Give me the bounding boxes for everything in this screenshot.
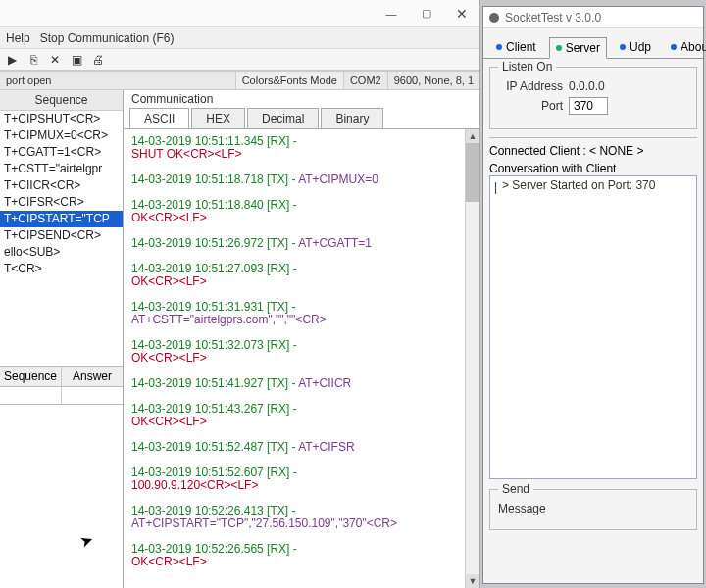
- menubar: Help Stop Communication (F6): [0, 27, 479, 49]
- sequence-item[interactable]: T+CIICR<CR>: [0, 177, 123, 194]
- sequence-header: Sequence: [0, 90, 123, 111]
- scrollbar[interactable]: ▲ ▼: [465, 129, 479, 588]
- bullet-icon: [671, 44, 677, 50]
- minimize-button[interactable]: —: [374, 0, 409, 27]
- toolbar: ▶ ⎘ ✕ ▣ 🖨: [0, 49, 479, 71]
- sequence-item[interactable]: T+CIPSHUT<CR>: [0, 111, 123, 127]
- status-settings: 9600, None, 8, 1: [387, 72, 479, 89]
- ip-value: 0.0.0.0: [569, 79, 605, 93]
- window-title: SocketTest v 3.0.0: [505, 11, 601, 24]
- sockettest-titlebar[interactable]: SocketTest v 3.0.0: [483, 7, 703, 28]
- ip-label: IP Address: [498, 79, 563, 93]
- bullet-icon: [620, 44, 626, 50]
- port-input[interactable]: 370: [569, 97, 608, 115]
- tool-icon[interactable]: 🖨: [90, 52, 106, 68]
- grid-header: Sequence Answer: [0, 366, 123, 387]
- message-label: Message: [498, 502, 553, 515]
- tool-icon[interactable]: ▣: [69, 52, 84, 68]
- connected-section: Connected Client : < NONE > Conversation…: [489, 137, 697, 479]
- send-group: Send Message: [489, 489, 697, 530]
- communication-pane: Communication ASCII HEX Decimal Binary 1…: [124, 90, 479, 588]
- serial-terminal-window: — ▢ ✕ Help Stop Communication (F6) ▶ ⎘ ✕…: [0, 0, 480, 588]
- port-label: Port: [498, 99, 563, 113]
- log-line: OK<CR><LF>: [131, 212, 472, 224]
- log-line: OK<CR><LF>: [131, 352, 472, 365]
- col-sequence[interactable]: Sequence: [0, 367, 62, 386]
- format-tabs: ASCII HEX Decimal Binary: [124, 108, 479, 129]
- tab-about[interactable]: About: [664, 36, 706, 58]
- listen-group: Listen On IP Address 0.0.0.0 Port 370: [489, 67, 697, 129]
- log-line: 14-03-2019 10:51:18.718 [TX] - AT+CIPMUX…: [131, 173, 472, 186]
- status-com: COM2: [343, 72, 387, 89]
- log-line: 14-03-2019 10:51:52.487 [TX] - AT+CIFSR: [131, 441, 472, 454]
- scroll-thumb[interactable]: [466, 143, 479, 202]
- main-area: Sequence T+CIPSHUT<CR>T+CIPMUX=0<CR>T+CG…: [0, 90, 479, 588]
- log-line: OK<CR><LF>: [131, 275, 472, 288]
- log-line: AT+CIPSTART="TCP","27.56.150.109","370"<…: [131, 517, 472, 530]
- log-line: OK<CR><LF>: [131, 556, 472, 568]
- col-answer[interactable]: Answer: [62, 367, 123, 386]
- log-line: 100.90.9.120<CR><LF>: [131, 479, 472, 492]
- log-view[interactable]: 14-03-2019 10:51:11.345 [RX] - SHUT OK<C…: [124, 129, 479, 588]
- sequence-item[interactable]: ello<SUB>: [0, 244, 123, 261]
- sequence-item[interactable]: T+CIPMUX=0<CR>: [0, 127, 123, 144]
- blank-area: [0, 405, 123, 588]
- grid-row[interactable]: [0, 387, 123, 405]
- group-title: Listen On: [498, 60, 556, 74]
- bullet-icon: [556, 45, 562, 51]
- conversation-box[interactable]: | > Server Started on Port: 370: [489, 175, 697, 479]
- sockettest-window: SocketTest v 3.0.0 Client Server Udp Abo…: [482, 6, 704, 584]
- menu-stop-communication[interactable]: Stop Communication (F6): [40, 31, 175, 45]
- scroll-down-icon[interactable]: ▼: [466, 574, 479, 588]
- app-icon: [489, 13, 499, 23]
- titlebar: — ▢ ✕: [0, 0, 479, 27]
- status-colors-mode[interactable]: Colors&Fonts Mode: [235, 72, 343, 89]
- sequence-item[interactable]: T+CIPSTART="TCP: [0, 211, 123, 227]
- log-line: 14-03-2019 10:51:41.927 [TX] - AT+CIICR: [131, 377, 472, 390]
- tab-ascii[interactable]: ASCII: [129, 108, 189, 128]
- tab-server[interactable]: Server: [549, 37, 607, 59]
- tool-icon[interactable]: ✕: [47, 52, 63, 68]
- tool-icon[interactable]: ⎘: [25, 52, 41, 68]
- connected-client-label: Connected Client : < NONE >: [489, 144, 697, 158]
- log-line: AT+CSTT="airtelgprs.com","",""<CR>: [131, 314, 472, 326]
- tab-udp[interactable]: Udp: [613, 36, 658, 58]
- sequence-item[interactable]: T<CR>: [0, 261, 123, 277]
- statusbar: port open Colors&Fonts Mode COM2 9600, N…: [0, 71, 479, 90]
- menu-help[interactable]: Help: [6, 31, 30, 45]
- log-line: 14-03-2019 10:51:26.972 [TX] - AT+CGATT=…: [131, 237, 472, 250]
- tab-hex[interactable]: HEX: [191, 108, 245, 128]
- maximize-button[interactable]: ▢: [409, 0, 444, 27]
- group-title: Send: [498, 482, 533, 496]
- sockettest-tabs: Client Server Udp About: [483, 28, 703, 59]
- status-port: port open: [0, 72, 235, 89]
- sequence-item[interactable]: T+CIFSR<CR>: [0, 194, 123, 211]
- log-line: OK<CR><LF>: [131, 416, 472, 428]
- sequence-pane: Sequence T+CIPSHUT<CR>T+CIPMUX=0<CR>T+CG…: [0, 90, 124, 588]
- sequence-item[interactable]: T+CIPSEND<CR>: [0, 227, 123, 244]
- communication-label: Communication: [124, 90, 479, 106]
- scroll-up-icon[interactable]: ▲: [466, 129, 479, 143]
- sequence-item[interactable]: T+CGATT=1<CR>: [0, 144, 123, 161]
- server-log-line: > Server Started on Port: 370: [502, 178, 655, 192]
- tool-icon[interactable]: ▶: [4, 52, 20, 68]
- conversation-label: Conversation with Client: [489, 162, 697, 175]
- tab-binary[interactable]: Binary: [321, 108, 383, 128]
- bullet-icon: [496, 44, 502, 50]
- close-button[interactable]: ✕: [444, 0, 479, 27]
- sequence-list[interactable]: T+CIPSHUT<CR>T+CIPMUX=0<CR>T+CGATT=1<CR>…: [0, 111, 123, 366]
- log-line: SHUT OK<CR><LF>: [131, 148, 472, 161]
- tab-client[interactable]: Client: [489, 36, 543, 58]
- tab-decimal[interactable]: Decimal: [247, 108, 319, 128]
- sequence-item[interactable]: T+CSTT="airtelgpr: [0, 161, 123, 177]
